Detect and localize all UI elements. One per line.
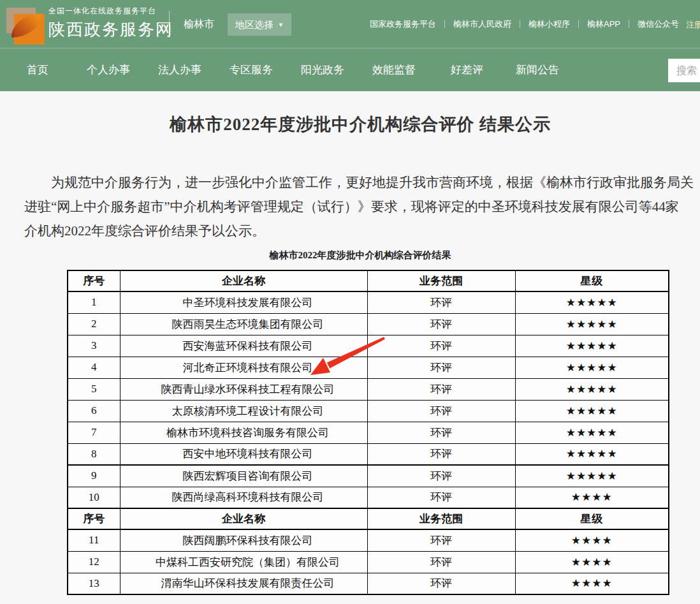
header-cell: 业务范围 (367, 508, 515, 529)
cell-scope: 环评 (367, 551, 515, 573)
cell-scope: 环评 (367, 313, 515, 335)
header-link[interactable]: 榆林小程序 (520, 18, 570, 30)
page-title: 榆林市2022年度涉批中介机构综合评价 结果公示 (0, 113, 700, 136)
cell-no: 8 (68, 443, 120, 465)
cell-stars: ★★★★★ (515, 335, 669, 357)
brand-block: 全国一体化在线政务服务平台 陕西政务服务网 (48, 6, 173, 41)
cell-scope: 环评 (367, 487, 515, 508)
cell-scope: 环评 (367, 422, 515, 443)
header-cell: 序号 (68, 270, 120, 291)
paragraph-line: 介机构2022年度综合评价结果予以公示。 (24, 219, 700, 243)
table-caption: 榆林市2022年度涉批中介机构综合评价结果 (0, 249, 700, 261)
cell-name: 西安中地环境科技有限公司 (120, 443, 367, 465)
header-link[interactable]: 微信公众号 (629, 18, 679, 30)
cell-scope: 环评 (367, 465, 515, 487)
cell-name: 榆林市环境科技咨询服务有限公司 (120, 422, 367, 443)
cell-name: 陕西青山绿水环保科技工程有限公司 (120, 378, 367, 400)
top-header: 全国一体化在线政务服务平台 陕西政务服务网 榆林市 地区选择▼ 国家政务服务平台… (0, 0, 700, 48)
nav-item[interactable]: 好差评 (451, 63, 483, 77)
table-row: 1中圣环境科技发展有限公司环评★★★★★ (68, 291, 669, 313)
cell-no: 3 (68, 335, 120, 357)
table-row: 12中煤科工西安研究院（集团）有限公司环评★★★★ (68, 551, 669, 573)
site-name: 陕西政务服务网 (48, 18, 173, 41)
cell-scope: 环评 (367, 335, 515, 357)
cell-stars: ★★★★ (515, 551, 669, 573)
table-row: 7榆林市环境科技咨询服务有限公司环评★★★★★ (68, 422, 669, 443)
cell-stars: ★★★★ (515, 487, 669, 508)
cell-stars: ★★★★ (515, 529, 669, 551)
cell-name: 陕西雨昊生态环境集团有限公司 (120, 313, 367, 335)
table-row: 13渭南华山环保科技发展有限责任公司环评★★★★ (68, 573, 669, 594)
cell-scope: 环评 (367, 573, 515, 594)
nav-item[interactable]: 新闻公告 (516, 63, 559, 77)
results-table-wrap: 序号企业名称业务范围星级1中圣环境科技发展有限公司环评★★★★★2陕西雨昊生态环… (67, 270, 700, 595)
cell-no: 11 (68, 529, 120, 551)
cell-name: 西安海蓝环保科技有限公司 (120, 335, 367, 357)
nav-item[interactable]: 专区服务 (230, 63, 273, 77)
region-select-button[interactable]: 地区选择▼ (228, 13, 291, 36)
nav-item[interactable]: 效能监督 (372, 63, 416, 77)
header-cell: 业务范围 (367, 270, 515, 291)
header-cell: 企业名称 (120, 270, 367, 291)
cell-stars: ★★★★ (515, 573, 669, 594)
table-header-row: 序号企业名称业务范围星级 (68, 508, 669, 529)
cell-no: 7 (68, 422, 120, 443)
cell-name: 陕西阔鹏环保科技有限公司 (120, 529, 367, 551)
cell-stars: ★★★★★ (515, 465, 669, 487)
cell-no: 5 (68, 378, 120, 400)
register-link[interactable]: 注册 (686, 19, 700, 31)
nav-item[interactable]: 阳光政务 (301, 63, 344, 77)
cell-no: 9 (68, 465, 120, 487)
cell-no: 1 (68, 291, 120, 313)
cell-stars: ★★★★★ (515, 291, 669, 313)
cell-no: 13 (68, 573, 120, 594)
cell-scope: 环评 (367, 443, 515, 465)
cell-no: 12 (68, 551, 120, 573)
cell-name: 中煤科工西安研究院（集团）有限公司 (120, 551, 367, 573)
table-row: 10陕西尚绿高科环境科技有限公司环评★★★★ (68, 487, 669, 508)
table-row: 9陕西宏辉项目咨询有限公司环评★★★★★ (68, 465, 669, 487)
chevron-down-icon: ▼ (278, 22, 284, 28)
header-link[interactable]: 榆林APP (578, 18, 620, 30)
header-cell: 企业名称 (120, 508, 367, 529)
table-row: 2陕西雨昊生态环境集团有限公司环评★★★★★ (68, 313, 669, 335)
table-row: 4河北奇正环境科技有限公司环评★★★★★ (68, 357, 669, 378)
cell-name: 陕西尚绿高科环境科技有限公司 (120, 487, 367, 508)
header-link[interactable]: 国家政务服务平台 (370, 18, 436, 30)
paragraph-line: 进驻“网上中介服务超市”中介机构考评管理规定（试行）》要求，现将评定的中圣环境科… (24, 195, 700, 219)
cell-stars: ★★★★★ (515, 313, 669, 335)
cell-stars: ★★★★★ (515, 378, 669, 400)
cell-stars: ★★★★★ (515, 357, 669, 378)
cell-scope: 环评 (367, 378, 515, 400)
search-input[interactable] (668, 59, 700, 82)
nav-item[interactable]: 法人办事 (158, 63, 201, 77)
table-row: 11陕西阔鹏环保科技有限公司环评★★★★ (68, 529, 669, 551)
cell-scope: 环评 (367, 529, 515, 551)
table-row: 6太原核清环境工程设计有限公司环评★★★★★ (68, 400, 669, 422)
cell-name: 河北奇正环境科技有限公司 (120, 357, 367, 378)
cell-name: 渭南华山环保科技发展有限责任公司 (120, 573, 367, 594)
cell-scope: 环评 (367, 400, 515, 422)
cell-name: 中圣环境科技发展有限公司 (120, 291, 367, 313)
table-row: 5陕西青山绿水环保科技工程有限公司环评★★★★★ (68, 378, 669, 400)
cell-name: 陕西宏辉项目咨询有限公司 (120, 465, 367, 487)
header-link[interactable]: 榆林市人民政府 (444, 18, 511, 30)
header-cell: 序号 (68, 508, 120, 529)
cell-stars: ★★★★★ (515, 443, 669, 465)
cell-no: 2 (68, 313, 120, 335)
paragraph-line: 为规范中介服务行为，进一步强化中介监管工作，更好地提升我市营商环境，根据《榆林市… (24, 170, 700, 195)
results-table: 序号企业名称业务范围星级1中圣环境科技发展有限公司环评★★★★★2陕西雨昊生态环… (67, 270, 669, 595)
table-header-row: 序号企业名称业务范围星级 (68, 270, 669, 291)
cell-scope: 环评 (367, 291, 515, 313)
results-table-body: 序号企业名称业务范围星级1中圣环境科技发展有限公司环评★★★★★2陕西雨昊生态环… (68, 270, 669, 594)
current-city-label: 榆林市 (184, 18, 214, 31)
header-links: 国家政务服务平台榆林市人民政府榆林小程序榆林APP微信公众号 (370, 0, 679, 48)
cell-stars: ★★★★★ (515, 422, 669, 443)
nav-item[interactable]: 个人办事 (87, 63, 130, 77)
nav-item[interactable]: 首页 (27, 63, 48, 77)
cell-stars: ★★★★★ (515, 400, 669, 422)
article-content: 榆林市2022年度涉批中介机构综合评价 结果公示 为规范中介服务行为，进一步强化… (0, 113, 700, 595)
cell-no: 4 (68, 357, 120, 378)
cell-scope: 环评 (367, 357, 515, 378)
cell-no: 10 (68, 487, 120, 508)
